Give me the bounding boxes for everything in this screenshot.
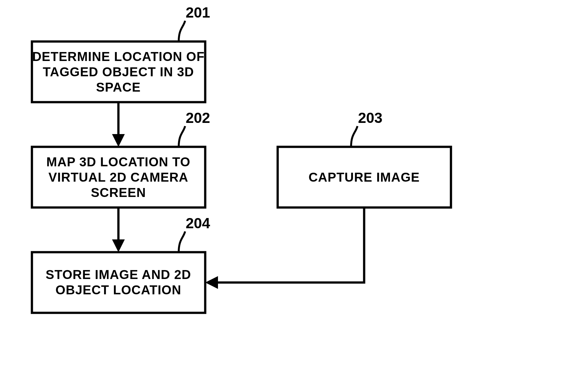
node-202-text-line1: MAP 3D LOCATION TO	[46, 155, 190, 169]
node-203-text-line1: CAPTURE IMAGE	[309, 170, 420, 184]
svg-marker-2	[112, 134, 125, 147]
ref-label-202: 202	[186, 109, 210, 126]
ref-label-203: 203	[358, 109, 383, 126]
node-204-text-line1: STORE IMAGE AND 2D	[46, 268, 191, 282]
node-204: STORE IMAGE AND 2D OBJECT LOCATION	[32, 252, 205, 313]
node-201-text-line3: SPACE	[96, 80, 141, 94]
ref-label-204: 204	[186, 215, 210, 231]
node-201-text-line2: TAGGED OBJECT IN 3D	[43, 65, 194, 79]
edge-202-204	[112, 207, 125, 252]
node-204-text-line2: OBJECT LOCATION	[56, 283, 181, 297]
ref-lead-204	[179, 231, 185, 252]
node-202: MAP 3D LOCATION TO VIRTUAL 2D CAMERA SCR…	[32, 147, 205, 207]
node-202-text-line3: SCREEN	[91, 185, 146, 200]
edge-203-204	[205, 207, 364, 289]
ref-lead-201	[179, 21, 185, 41]
edge-201-202	[112, 102, 125, 147]
svg-marker-8	[205, 276, 218, 289]
node-201: DETERMINE LOCATION OF TAGGED OBJECT IN 3…	[32, 41, 205, 102]
ref-lead-202	[179, 126, 185, 147]
node-203: CAPTURE IMAGE	[278, 147, 451, 207]
ref-lead-203	[351, 126, 357, 147]
node-202-text-line2: VIRTUAL 2D CAMERA	[49, 170, 189, 184]
svg-marker-5	[112, 239, 125, 252]
flowchart: DETERMINE LOCATION OF TAGGED OBJECT IN 3…	[0, 0, 585, 392]
ref-label-201: 201	[186, 4, 210, 21]
node-201-text-line1: DETERMINE LOCATION OF	[32, 49, 205, 64]
